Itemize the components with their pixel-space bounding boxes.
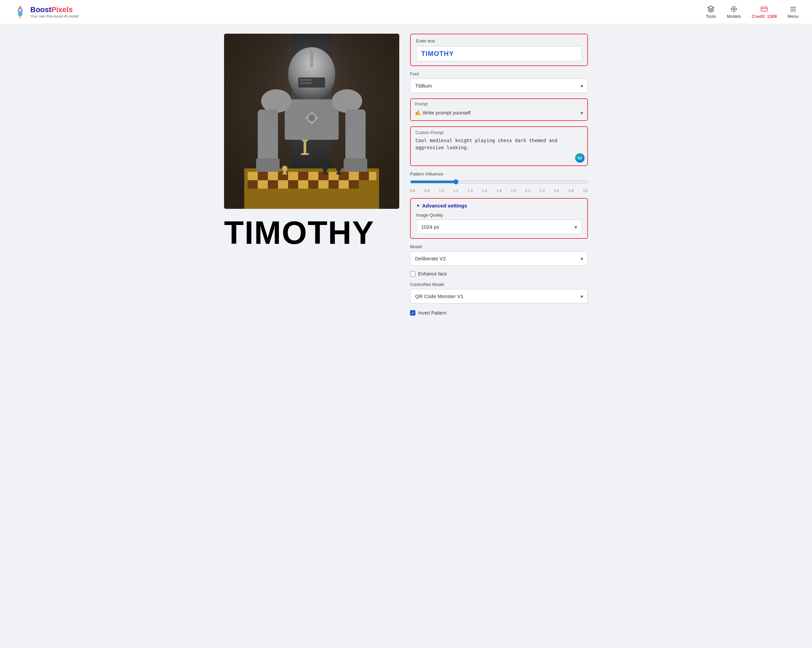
- svg-rect-17: [268, 172, 278, 180]
- timothy-display-text: TIMOTHY: [224, 214, 399, 251]
- models-label: Models: [727, 14, 741, 19]
- controlnet-label: ControlNet Model: [410, 282, 588, 287]
- svg-point-8: [733, 8, 735, 10]
- svg-rect-25: [349, 172, 359, 180]
- custom-prompt-textarea[interactable]: Cool medieval knight playing chess dark …: [415, 137, 583, 161]
- main-image: [224, 34, 399, 209]
- advanced-label: Advanced settings: [422, 203, 467, 209]
- svg-rect-26: [359, 172, 369, 180]
- controlnet-section: ControlNet Model QR Code Monster V1 Cont…: [410, 282, 588, 303]
- svg-point-9: [731, 6, 737, 11]
- nav-tools[interactable]: Tools: [706, 5, 716, 19]
- enhance-face-row[interactable]: Enhance face: [410, 271, 588, 276]
- menu-icon: [789, 5, 797, 13]
- triangle-icon: ▼: [416, 203, 420, 208]
- tools-icon: [707, 5, 714, 13]
- model-select-wrapper: Deliberate V2 Stable Diffusion DALL-E ▾: [410, 251, 588, 266]
- pattern-influence-label: Pattern Influence: [410, 171, 588, 177]
- model-section: Model Deliberate V2 Stable Diffusion DAL…: [410, 244, 588, 266]
- svg-marker-4: [22, 12, 24, 15]
- logo-area: BoostPixels Your own fine-tuned AI model: [14, 5, 78, 20]
- logo-subtitle: Your own fine-tuned AI model: [31, 14, 78, 18]
- image-quality-select[interactable]: 1024 px 512 px 768 px 2048 px: [416, 220, 582, 234]
- credit-label: Credit: 1309: [752, 14, 777, 19]
- right-panel: Enter text Font Titillium Arial Georgia …: [410, 34, 588, 316]
- svg-rect-16: [258, 172, 268, 180]
- invert-checkbox[interactable]: [410, 310, 415, 316]
- font-select-wrapper: Titillium Arial Georgia ▾: [410, 78, 588, 93]
- tools-label: Tools: [706, 14, 716, 19]
- svg-rect-10: [761, 7, 767, 11]
- rocket-logo-icon: [14, 5, 27, 20]
- nav-bar: Tools Models Credit: 1309 Menu: [706, 5, 798, 19]
- image-quality-label: Image Quality: [416, 212, 582, 218]
- svg-rect-28: [248, 180, 258, 189]
- svg-rect-2: [18, 13, 22, 15]
- credit-icon: [760, 5, 768, 13]
- models-icon: [730, 5, 737, 13]
- logo-pixels: Pixels: [51, 5, 73, 14]
- font-section: Font Titillium Arial Georgia ▾: [410, 72, 588, 93]
- svg-rect-38: [349, 180, 359, 189]
- enter-text-section: Enter text: [410, 34, 588, 66]
- font-select[interactable]: Titillium Arial Georgia: [410, 78, 588, 93]
- grammarly-icon: G2: [575, 153, 585, 163]
- pattern-slider[interactable]: [410, 179, 588, 184]
- prompt-label: Prompt: [415, 102, 583, 107]
- svg-rect-37: [339, 180, 349, 189]
- prompt-select[interactable]: ✍️ Write prompt yourself Fantasy style R…: [415, 108, 583, 117]
- enhance-face-checkbox[interactable]: [410, 271, 415, 276]
- nav-credit[interactable]: Credit: 1309: [752, 5, 777, 19]
- svg-marker-1: [18, 5, 22, 9]
- enter-text-input[interactable]: [416, 46, 582, 61]
- main-content: TIMOTHY Enter text Font Titillium Arial …: [211, 24, 601, 325]
- slider-ticks: 0.6 0.8 1.0 1.2 1.4 1.6 1.8 2.0 2.2 2.4 …: [410, 189, 588, 193]
- controlnet-select[interactable]: QR Code Monster V1 ControlNet V1 Control…: [410, 289, 588, 303]
- svg-rect-30: [268, 180, 278, 189]
- advanced-settings-section: ▼ Advanced settings Image Quality 1024 p…: [410, 198, 588, 239]
- svg-point-5: [19, 9, 21, 11]
- svg-rect-29: [258, 180, 268, 189]
- svg-rect-15: [248, 172, 258, 180]
- image-quality-select-wrapper: 1024 px 512 px 768 px 2048 px ▾: [416, 220, 582, 234]
- knight-image: [224, 34, 399, 209]
- font-label: Font: [410, 72, 588, 76]
- invert-pattern-row[interactable]: Invert Pattern: [410, 310, 588, 316]
- enter-text-label: Enter text: [416, 38, 582, 43]
- left-panel: TIMOTHY: [224, 34, 399, 316]
- svg-marker-3: [17, 12, 18, 15]
- enhance-face-label: Enhance face: [418, 271, 447, 276]
- svg-rect-27: [369, 172, 376, 180]
- advanced-toggle-button[interactable]: ▼ Advanced settings: [416, 203, 582, 209]
- prompt-section: Prompt ✍️ Write prompt yourself Fantasy …: [410, 98, 588, 121]
- main-header: BoostPixels Your own fine-tuned AI model…: [0, 0, 812, 24]
- nav-models[interactable]: Models: [727, 5, 741, 19]
- invert-label: Invert Pattern: [418, 310, 446, 316]
- model-select[interactable]: Deliberate V2 Stable Diffusion DALL-E: [410, 251, 588, 266]
- controlnet-select-wrapper: QR Code Monster V1 ControlNet V1 Control…: [410, 289, 588, 303]
- image-quality-group: Image Quality 1024 px 512 px 768 px 2048…: [416, 212, 582, 234]
- menu-label: Menu: [788, 14, 798, 19]
- logo-boost: Boost: [31, 5, 51, 14]
- pattern-influence-section: Pattern Influence 0.6 0.8 1.0 1.2 1.4 1.…: [410, 171, 588, 193]
- custom-prompt-label: Custom Prompt: [415, 130, 583, 135]
- svg-rect-46: [269, 173, 273, 174]
- svg-rect-31: [278, 180, 288, 189]
- custom-prompt-section: Custom Prompt Cool medieval knight playi…: [410, 126, 588, 166]
- prompt-select-wrapper: ✍️ Write prompt yourself Fantasy style R…: [415, 108, 583, 117]
- logo-text: BoostPixels Your own fine-tuned AI model: [31, 6, 78, 18]
- nav-menu[interactable]: Menu: [788, 5, 798, 19]
- model-label: Model: [410, 244, 588, 249]
